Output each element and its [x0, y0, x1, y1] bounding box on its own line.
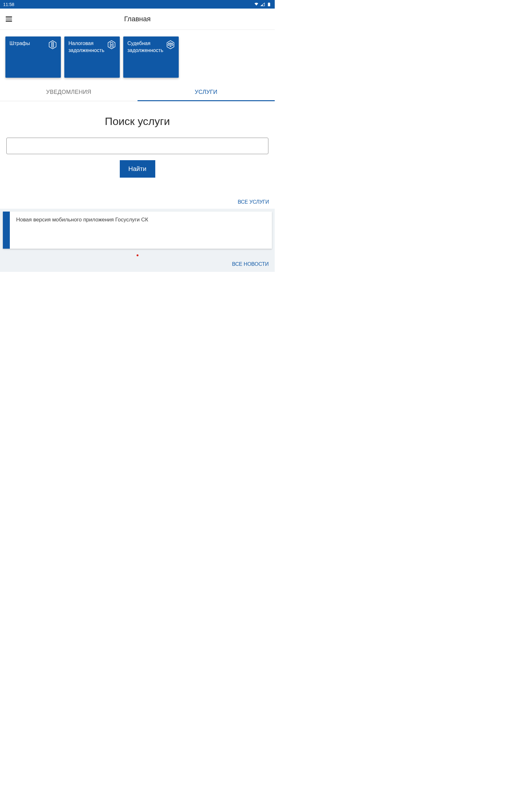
all-services-row: ВСЕ УСЛУГИ [0, 181, 275, 209]
search-input[interactable] [6, 138, 268, 154]
app-header: Главная [0, 9, 275, 30]
tabs: УВЕДОМЛЕНИЯ УСЛУГИ [0, 84, 275, 101]
all-news-row: ВСЕ НОВОСТИ [3, 258, 272, 267]
tab-label: УСЛУГИ [194, 89, 217, 96]
tab-services[interactable]: УСЛУГИ [137, 84, 275, 101]
traffic-light-icon [48, 40, 57, 49]
status-icons [254, 2, 272, 7]
news-card[interactable]: Новая версия мобильного приложения Госус… [3, 212, 272, 249]
wifi-icon [254, 2, 259, 7]
scales-icon [166, 40, 175, 49]
news-title: Новая версия мобильного приложения Госус… [16, 217, 148, 223]
svg-marker-5 [108, 41, 115, 49]
search-button-label: Найти [128, 165, 147, 172]
search-title: Поиск услуги [6, 115, 268, 128]
card-court-debt[interactable]: Судебная задолженность [123, 37, 179, 78]
card-fines[interactable]: Штрафы [5, 37, 61, 78]
status-time: 11:58 [3, 2, 14, 7]
svg-point-3 [52, 44, 53, 45]
all-services-link[interactable]: ВСЕ УСЛУГИ [238, 199, 269, 205]
quick-cards-row: Штрафы Налоговая задолженность Судебная … [0, 30, 275, 84]
battery-icon [267, 2, 272, 7]
status-bar: 11:58 [0, 0, 275, 9]
menu-button[interactable] [0, 9, 18, 30]
svg-point-4 [52, 46, 53, 47]
tab-notifications[interactable]: УВЕДОМЛЕНИЯ [0, 84, 137, 101]
dot-active [136, 254, 138, 256]
card-tax-debt[interactable]: Налоговая задолженность [64, 37, 120, 78]
document-icon [107, 40, 116, 49]
cellular-icon [260, 2, 265, 7]
page-title: Главная [0, 15, 275, 23]
search-section: Поиск услуги Найти [0, 101, 275, 181]
tab-label: УВЕДОМЛЕНИЯ [46, 89, 91, 96]
all-news-link[interactable]: ВСЕ НОВОСТИ [232, 261, 269, 267]
search-button[interactable]: Найти [120, 160, 155, 177]
carousel-dots [3, 252, 272, 258]
news-block: Новая версия мобильного приложения Госус… [0, 209, 275, 272]
hamburger-icon [6, 16, 12, 21]
svg-point-2 [52, 43, 53, 44]
